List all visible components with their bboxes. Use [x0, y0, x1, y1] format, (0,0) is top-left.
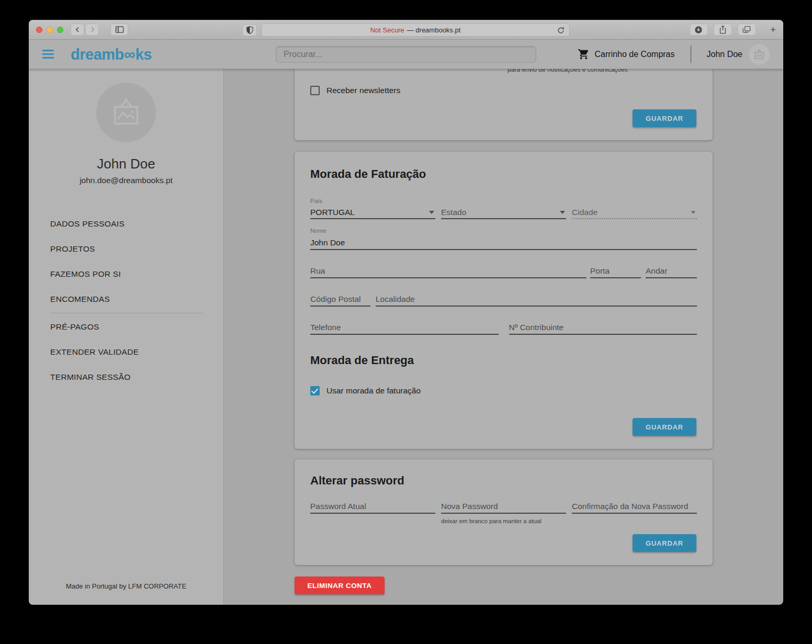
dreambooks-logo[interactable]: dreamb∞ks [71, 46, 152, 63]
sidebar-item-fazemos-por-si[interactable]: FAZEMOS POR SI [29, 262, 223, 287]
hamburger-icon [42, 50, 54, 51]
password-atual-input[interactable] [310, 500, 435, 514]
traffic-lights [36, 27, 63, 33]
clipped-hint-text: para envio de notificações e comunicaçõe… [508, 69, 627, 73]
dropdown-arrow-icon [429, 211, 434, 214]
newsletter-checkbox[interactable] [310, 86, 320, 95]
menu-button[interactable] [42, 50, 54, 59]
chevron-left-icon [74, 26, 81, 33]
url-host: — dreambooks.pt [407, 26, 461, 34]
codigo-postal-input[interactable] [310, 293, 370, 307]
sidebar-item-projetos[interactable]: PROJETOS [29, 236, 223, 262]
newsletter-checkbox-row[interactable]: Receber newsletters [310, 86, 400, 95]
pais-value: PORTUGAL [310, 208, 355, 217]
chevron-right-icon [89, 26, 96, 33]
confirmacao-password-input[interactable] [572, 500, 697, 514]
cart-button[interactable]: Carrinho de Compras [578, 48, 675, 60]
andar-input[interactable] [646, 265, 697, 278]
nome-label: Nome [310, 228, 697, 234]
sidebar-icon [115, 26, 124, 33]
use-billing-checkbox-label: Usar morada de faturação [326, 386, 421, 396]
change-password-card: Alterar password deixar em branco para m… [295, 459, 713, 565]
telefone-input[interactable] [310, 321, 499, 335]
new-tab-button[interactable]: + [770, 24, 776, 36]
sidebar-item-dados-pessoais[interactable]: DADOS PESSOAIS [29, 211, 223, 236]
save-button[interactable]: GUARDAR [633, 534, 696, 552]
dropdown-arrow-icon [560, 211, 565, 214]
save-button[interactable]: GUARDAR [633, 109, 696, 127]
avatar-placeholder-icon [753, 48, 765, 61]
reload-icon[interactable] [556, 26, 566, 35]
sidebar-divider [50, 313, 202, 313]
cidade-field: Cidade [572, 198, 697, 219]
nova-password-input[interactable] [441, 500, 566, 514]
password-hint: deixar em branco para manter a atual [441, 518, 566, 524]
privacy-shield-button[interactable] [242, 24, 257, 36]
downloads-button[interactable] [690, 24, 708, 36]
header-avatar[interactable] [749, 44, 770, 65]
profile-email: john.doe@dreambooks.pt [80, 176, 173, 185]
pais-label: País [310, 198, 435, 204]
minimize-button[interactable] [47, 27, 53, 33]
cidade-placeholder: Cidade [572, 208, 597, 217]
share-icon [719, 25, 727, 34]
security-label: Not Secure [370, 26, 404, 34]
profile-name: John Doe [97, 156, 155, 172]
sidebar-item-terminar-sessao[interactable]: TERMINAR SESSÃO [29, 365, 223, 390]
billing-title: Morada de Faturação [310, 166, 697, 182]
sidebar-item-encomendas[interactable]: ENCOMENDAS [29, 287, 223, 312]
use-billing-checkbox[interactable] [310, 386, 320, 396]
use-billing-checkbox-row[interactable]: Usar morada de faturação [310, 386, 697, 396]
infinity-oo-glyph: ∞ [124, 46, 135, 63]
shipping-title: Morada de Entrega [310, 353, 697, 368]
dropdown-arrow-icon [691, 211, 696, 214]
shield-icon [246, 26, 253, 34]
avatar-placeholder-icon [109, 96, 143, 129]
delete-account-button[interactable]: ELIMINAR CONTA [295, 577, 385, 594]
sidebar-item-pre-pagos[interactable]: PRÉ-PAGOS [29, 314, 223, 340]
billing-address-card: Morada de Faturação País PORTUGAL Estado [295, 152, 713, 449]
rua-input[interactable] [310, 265, 587, 278]
header-divider [691, 46, 691, 63]
profile-avatar[interactable] [96, 83, 156, 142]
account-sidebar: John Doe john.doe@dreambooks.pt DADOS PE… [29, 69, 224, 605]
pais-field[interactable]: País PORTUGAL [310, 198, 435, 219]
site-header: dreamb∞ks Carrinho de Compras John Doe [29, 40, 783, 69]
address-bar[interactable]: Not Secure — dreambooks.pt [261, 23, 570, 37]
forward-button[interactable] [85, 24, 99, 36]
newsletter-checkbox-label: Receber newsletters [326, 86, 400, 95]
nome-input[interactable] [310, 236, 697, 250]
download-icon [694, 26, 703, 34]
share-button[interactable] [714, 24, 732, 36]
porta-input[interactable] [590, 265, 641, 278]
sidebar-toggle-button[interactable] [110, 24, 128, 36]
cart-icon [578, 48, 590, 60]
main-panel: para envio de notificações e comunicaçõe… [224, 69, 783, 605]
sidebar-footer: Made in Portugal by LFM CORPORATE [66, 582, 186, 590]
back-button[interactable] [71, 24, 84, 36]
sidebar-item-extender-validade[interactable]: EXTENDER VALIDADE [29, 340, 223, 365]
estado-field[interactable]: Estado [441, 198, 566, 219]
zoom-button[interactable] [57, 27, 63, 33]
localidade-input[interactable] [376, 293, 697, 307]
close-button[interactable] [36, 27, 42, 33]
tab-overview-button[interactable] [738, 24, 756, 36]
save-button[interactable]: GUARDAR [633, 418, 696, 436]
titlebar: Not Secure — dreambooks.pt [29, 20, 783, 40]
estado-placeholder: Estado [441, 208, 466, 217]
sidebar-nav: DADOS PESSOAIS PROJETOS FAZEMOS POR SI E… [29, 211, 223, 390]
search-input[interactable] [276, 46, 536, 63]
header-user-name[interactable]: John Doe [707, 50, 743, 59]
contribuinte-input[interactable] [509, 321, 697, 335]
password-title: Alterar password [310, 473, 697, 489]
cart-label: Carrinho de Compras [595, 50, 675, 59]
newsletter-card: para envio de notificações e comunicaçõe… [295, 69, 713, 140]
tabs-icon [742, 26, 751, 33]
browser-window: Not Secure — dreambooks.pt [29, 20, 783, 605]
